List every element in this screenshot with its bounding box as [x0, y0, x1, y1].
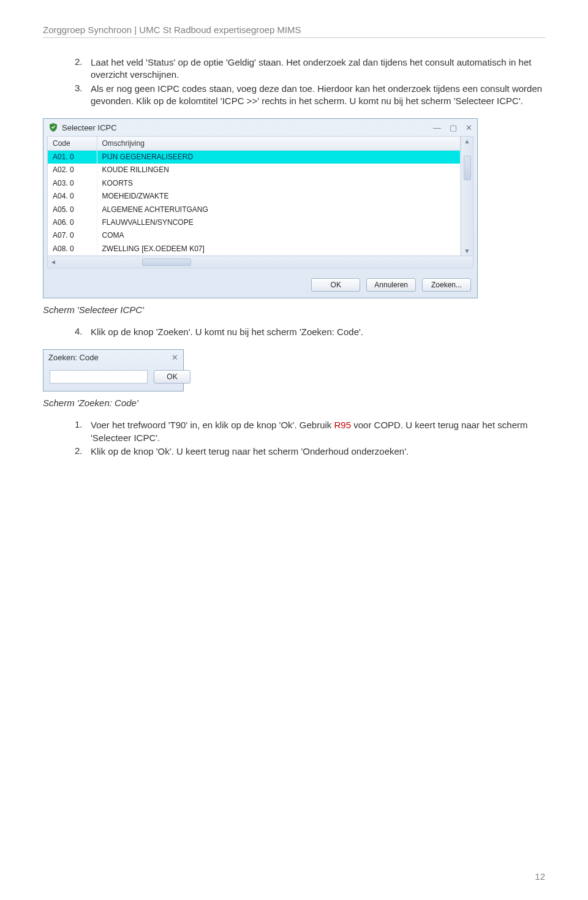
- list-text: Klik op de knop 'Ok'. U keert terug naar…: [91, 445, 545, 458]
- cell-desc: KOUDE RILLINGEN: [97, 164, 461, 176]
- figure-caption: Scherm 'Zoeken: Code': [43, 398, 545, 408]
- cell-code: A06. 0: [48, 216, 97, 229]
- minimize-icon[interactable]: —: [433, 123, 441, 132]
- search-button[interactable]: Zoeken...: [422, 278, 471, 292]
- icpc-table: Code Omschrijving A01. 0PIJN GEGENERALIS…: [48, 137, 461, 255]
- cell-code: A05. 0: [48, 203, 97, 216]
- table-row[interactable]: A04. 0MOEHEID/ZWAKTE: [48, 190, 461, 203]
- scroll-thumb[interactable]: [464, 156, 471, 180]
- list-num: 4.: [75, 326, 91, 338]
- cell-code: A08. 0: [48, 243, 97, 255]
- list-item: 2. Klik op de knop 'Ok'. U keert terug n…: [75, 445, 545, 458]
- cell-desc: MOEHEID/ZWAKTE: [97, 190, 461, 203]
- list-item: 3. Als er nog geen ICPC codes staan, voe…: [75, 83, 545, 108]
- page-number: 12: [535, 871, 545, 882]
- scroll-left-icon[interactable]: ◄: [50, 259, 56, 265]
- close-icon[interactable]: ✕: [172, 353, 178, 362]
- scroll-up-icon[interactable]: ▲: [464, 138, 470, 145]
- table-row[interactable]: A08. 0ZWELLING [EX.OEDEEM K07]: [48, 243, 461, 255]
- list-item: 1. Voer het trefwoord 'T90' in, en klik …: [75, 419, 545, 444]
- window-selecteer-icpc: Selecteer ICPC — ▢ ✕ Code Omschrijving A…: [43, 118, 478, 298]
- window-title: Zoeken: Code: [48, 353, 172, 362]
- cell-desc: KOORTS: [97, 177, 461, 190]
- close-icon[interactable]: ✕: [466, 123, 472, 132]
- list-num: 3.: [75, 83, 91, 108]
- horizontal-scrollbar[interactable]: ◄: [48, 255, 473, 268]
- list-item: 4. Klik op de knop 'Zoeken'. U komt nu b…: [75, 326, 545, 338]
- table-row[interactable]: A02. 0KOUDE RILLINGEN: [48, 164, 461, 176]
- page-header: Zorggroep Synchroon | UMC St Radboud exp…: [43, 25, 545, 38]
- list-num: 2.: [75, 445, 91, 458]
- hscroll-thumb[interactable]: [142, 259, 191, 266]
- list-num: 1.: [75, 419, 91, 444]
- scroll-down-icon[interactable]: ▼: [464, 248, 470, 254]
- instruction-list-c: 1. Voer het trefwoord 'T90' in, en klik …: [43, 419, 545, 458]
- ok-button[interactable]: OK: [311, 278, 360, 292]
- cell-code: A01. 0: [48, 151, 97, 164]
- highlight-code: R95: [334, 420, 352, 430]
- cell-desc: ZWELLING [EX.OEDEEM K07]: [97, 243, 461, 255]
- figure-caption: Scherm 'Selecteer ICPC': [43, 304, 545, 315]
- cell-desc: COMA: [97, 229, 461, 242]
- vertical-scrollbar[interactable]: ▲ ▼: [461, 137, 473, 255]
- list-text: Als er nog geen ICPC codes staan, voeg d…: [91, 83, 545, 108]
- table-row[interactable]: A05. 0ALGEMENE ACHTERUITGANG: [48, 203, 461, 216]
- cell-code: A07. 0: [48, 229, 97, 242]
- cell-desc: ALGEMENE ACHTERUITGANG: [97, 203, 461, 216]
- window-titlebar: Zoeken: Code ✕: [43, 350, 183, 365]
- cancel-button[interactable]: Annuleren: [366, 278, 416, 292]
- table-row[interactable]: A01. 0PIJN GEGENERALISEERD: [48, 151, 461, 164]
- list-text: Laat het veld 'Status' op de optie 'Geld…: [91, 56, 545, 81]
- instruction-list-a: 2. Laat het veld 'Status' op de optie 'G…: [43, 56, 545, 107]
- column-header-code[interactable]: Code: [48, 137, 97, 151]
- column-header-omschrijving[interactable]: Omschrijving: [97, 137, 461, 151]
- window-zoeken-code: Zoeken: Code ✕ OK: [43, 349, 184, 391]
- cell-code: A02. 0: [48, 164, 97, 176]
- ok-button[interactable]: OK: [154, 370, 190, 384]
- list-num: 2.: [75, 56, 91, 81]
- cell-code: A04. 0: [48, 190, 97, 203]
- shield-icon: [48, 123, 58, 132]
- cell-desc: PIJN GEGENERALISEERD: [97, 151, 461, 164]
- search-input[interactable]: [50, 370, 148, 384]
- table-row[interactable]: A03. 0KOORTS: [48, 177, 461, 190]
- table-row[interactable]: A06. 0FLAUWVALLEN/SYNCOPE: [48, 216, 461, 229]
- list-text: Klik op de knop 'Zoeken'. U komt nu bij …: [91, 326, 545, 338]
- cell-desc: FLAUWVALLEN/SYNCOPE: [97, 216, 461, 229]
- cell-code: A03. 0: [48, 177, 97, 190]
- list-text: Voer het trefwoord 'T90' in, en klik op …: [91, 419, 545, 444]
- window-title: Selecteer ICPC: [62, 123, 433, 132]
- maximize-icon[interactable]: ▢: [450, 123, 457, 132]
- table-row[interactable]: A07. 0COMA: [48, 229, 461, 242]
- instruction-list-b: 4. Klik op de knop 'Zoeken'. U komt nu b…: [43, 326, 545, 338]
- window-titlebar: Selecteer ICPC — ▢ ✕: [43, 119, 477, 136]
- list-item: 2. Laat het veld 'Status' op de optie 'G…: [75, 56, 545, 81]
